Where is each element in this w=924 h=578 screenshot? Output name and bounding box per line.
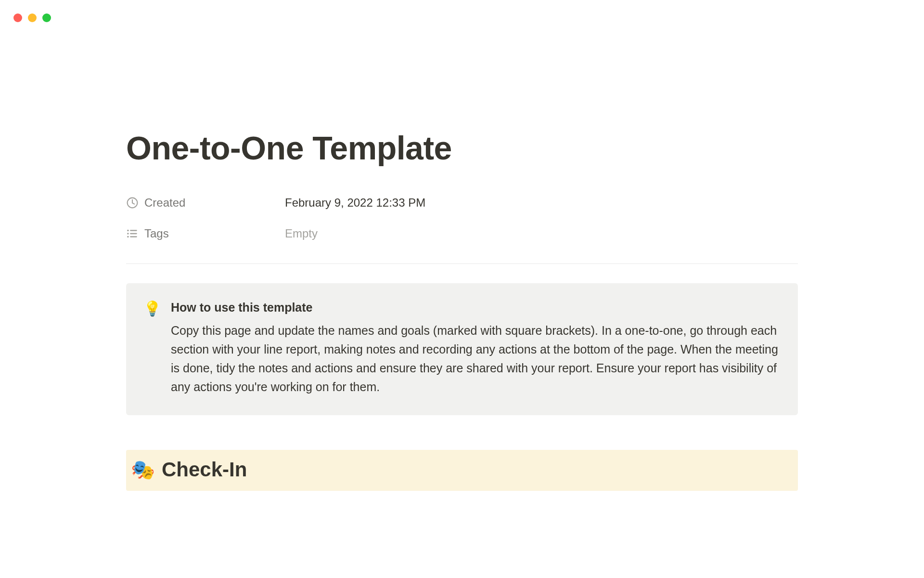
minimize-window-button[interactable] — [28, 13, 37, 22]
svg-rect-2 — [130, 230, 137, 231]
page-title[interactable]: One-to-One Template — [126, 130, 798, 166]
masks-icon: 🎭 — [131, 460, 155, 479]
property-label-tags: Tags — [126, 227, 285, 240]
svg-point-1 — [127, 230, 129, 232]
callout-title: How to use this template — [171, 299, 781, 317]
heading-checkin[interactable]: 🎭 Check-In — [126, 450, 798, 490]
list-icon — [126, 227, 139, 240]
property-value-created: February 9, 2022 12:33 PM — [285, 196, 425, 210]
property-created[interactable]: Created February 9, 2022 12:33 PM — [126, 196, 798, 210]
svg-point-3 — [127, 233, 129, 235]
lightbulb-icon: 💡 — [143, 299, 161, 396]
page-properties: Created February 9, 2022 12:33 PM Tags — [126, 196, 798, 240]
property-label-text-tags: Tags — [144, 227, 169, 240]
page-content: One-to-One Template Created February 9, … — [0, 0, 924, 491]
properties-divider — [126, 263, 798, 264]
clock-icon — [126, 197, 139, 209]
close-window-button[interactable] — [13, 13, 22, 22]
window-controls — [13, 13, 51, 22]
svg-rect-6 — [130, 236, 137, 237]
callout-body: Copy this page and update the names and … — [171, 321, 781, 396]
heading-checkin-text: Check-In — [162, 458, 247, 482]
callout-content: How to use this template Copy this page … — [171, 299, 781, 396]
property-value-tags[interactable]: Empty — [285, 227, 318, 240]
callout-how-to-use[interactable]: 💡 How to use this template Copy this pag… — [126, 283, 798, 416]
svg-rect-4 — [130, 233, 137, 234]
property-label-text-created: Created — [144, 196, 185, 210]
maximize-window-button[interactable] — [42, 13, 51, 22]
svg-point-5 — [127, 236, 129, 238]
property-label-created: Created — [126, 196, 285, 210]
property-tags[interactable]: Tags Empty — [126, 227, 798, 240]
